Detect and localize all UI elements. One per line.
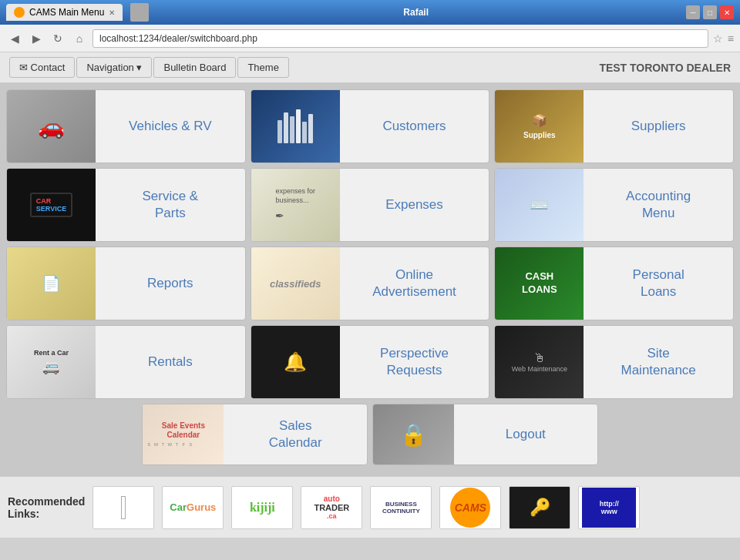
bulletin-board-button[interactable]: Bulletin Board	[153, 57, 236, 78]
toolbar: ✉ Contact Navigation ▾ Bulletin Board Th…	[0, 52, 740, 83]
tab-favicon	[14, 7, 25, 18]
sales-calendar-thumbnail: Sale Events Calendar S M T W T F S	[143, 404, 224, 465]
key-icon: 🔑	[510, 487, 570, 528]
url-text: localhost:1234/dealer/switchboard.php	[99, 33, 257, 44]
accounting-menu-thumbnail: ⌨️	[495, 168, 584, 242]
bookmark-star-icon[interactable]: ☆	[713, 32, 723, 45]
address-icons: ☆ ≡	[713, 32, 734, 45]
online-advertisement-thumbnail: classifieds	[251, 246, 340, 320]
home-button[interactable]: ⌂	[71, 30, 88, 47]
autotrader-link[interactable]: auto TRADER .ca	[301, 486, 362, 529]
vehicles-rv-thumbnail: 🚗	[7, 89, 96, 163]
logout-button[interactable]: 🔒 Logout	[372, 404, 598, 465]
http-link[interactable]: http://www	[578, 486, 640, 529]
main-content: 🚗 Vehicles & RV Customers 📦	[0, 83, 740, 476]
accounting-menu-label: AccountingMenu	[584, 188, 733, 222]
theme-button[interactable]: Theme	[237, 57, 288, 78]
recommended-links-label: RecommendedLinks:	[8, 495, 85, 520]
menu-grid: 🚗 Vehicles & RV Customers 📦	[6, 89, 734, 399]
personal-loans-button[interactable]: CASH LOANS PersonalLoans	[494, 246, 734, 320]
site-maintenance-button[interactable]: 🖱 Web Maintenance SiteMaintenance	[494, 325, 734, 399]
website-link[interactable]	[92, 486, 154, 529]
cams-link[interactable]: CAMS	[439, 486, 501, 529]
forward-button[interactable]: ▶	[28, 30, 45, 47]
customers-button[interactable]: Customers	[251, 89, 490, 163]
accounting-menu-button[interactable]: ⌨️ AccountingMenu	[494, 168, 734, 242]
reports-thumbnail: 📄	[7, 246, 96, 320]
reports-label: Reports	[96, 275, 245, 292]
minimize-button[interactable]: ─	[686, 5, 700, 19]
service-parts-label: Service &Parts	[96, 188, 245, 222]
customers-label: Customers	[340, 118, 489, 135]
logout-thumbnail: 🔒	[373, 404, 454, 465]
reload-button[interactable]: ↻	[49, 30, 66, 47]
window-user: Rafail	[403, 7, 429, 18]
personal-loans-label: PersonalLoans	[584, 267, 733, 300]
new-tab-button[interactable]	[130, 3, 149, 22]
kijiji-logo: kijiji	[250, 501, 275, 515]
back-button[interactable]: ◀	[6, 30, 23, 47]
suppliers-button[interactable]: 📦 Supplies Suppliers	[494, 89, 734, 163]
perspective-requests-thumbnail: 🔔	[251, 325, 340, 399]
expenses-thumbnail: expenses for business... ✒	[251, 168, 340, 242]
browser-tab[interactable]: CAMS Main Menu ✕	[6, 4, 123, 21]
perspective-requests-label: PerspectiveRequests	[340, 345, 489, 379]
sales-calendar-label: SalesCalendar	[224, 417, 367, 451]
online-advertisement-label: OnlineAdvertisement	[340, 267, 489, 300]
cams-logo: CAMS	[450, 488, 490, 528]
kijiji-link[interactable]: kijiji	[231, 486, 293, 529]
recommended-links-section: RecommendedLinks: CarGurus kijiji auto T…	[0, 476, 740, 538]
navigation-button[interactable]: Navigation ▾	[76, 57, 152, 78]
logout-label: Logout	[454, 426, 597, 443]
expenses-label: Expenses	[340, 196, 489, 213]
business-continuity-logo: BUSINESSCONTINUITY	[382, 501, 420, 515]
website-thumbnail	[121, 496, 126, 519]
service-parts-thumbnail: CAR SERVICE	[7, 168, 96, 242]
window-controls: ─ □ ✕	[686, 5, 734, 19]
suppliers-thumbnail: 📦 Supplies	[495, 89, 584, 163]
online-advertisement-button[interactable]: classifieds OnlineAdvertisement	[251, 246, 490, 320]
vehicles-rv-button[interactable]: 🚗 Vehicles & RV	[6, 89, 246, 163]
contact-button[interactable]: ✉ Contact	[9, 57, 75, 78]
vehicles-rv-label: Vehicles & RV	[96, 118, 245, 135]
address-bar: ◀ ▶ ↻ ⌂ localhost:1234/dealer/switchboar…	[0, 25, 740, 52]
site-maintenance-label: SiteMaintenance	[584, 345, 733, 379]
menu-icon[interactable]: ≡	[728, 32, 734, 45]
reports-button[interactable]: 📄 Reports	[6, 246, 246, 320]
rentals-thumbnail: Rent a Car 🚐	[7, 325, 96, 399]
personal-loans-thumbnail: CASH LOANS	[495, 246, 584, 320]
customers-thumbnail	[251, 89, 340, 163]
key-link[interactable]: 🔑	[509, 486, 570, 529]
tab-close-button[interactable]: ✕	[109, 8, 115, 17]
tab-title: CAMS Main Menu	[29, 7, 104, 18]
cargurus-link[interactable]: CarGurus	[162, 486, 224, 529]
business-continuity-link[interactable]: BUSINESSCONTINUITY	[370, 486, 432, 529]
close-button[interactable]: ✕	[720, 5, 734, 19]
expenses-button[interactable]: expenses for business... ✒ Expenses	[251, 168, 490, 242]
perspective-requests-button[interactable]: 🔔 PerspectiveRequests	[251, 325, 490, 399]
title-bar: CAMS Main Menu ✕ Rafail ─ □ ✕	[0, 0, 740, 25]
suppliers-label: Suppliers	[584, 118, 733, 135]
rentals-label: Rentals	[96, 354, 245, 371]
site-maintenance-thumbnail: 🖱 Web Maintenance	[495, 325, 584, 399]
maximize-button[interactable]: □	[703, 5, 717, 19]
url-input[interactable]: localhost:1234/dealer/switchboard.php	[92, 29, 708, 48]
autotrader-logo: auto TRADER .ca	[314, 495, 349, 520]
dealer-name: TEST TORONTO DEALER	[599, 62, 731, 74]
rentals-button[interactable]: Rent a Car 🚐 Rentals	[6, 325, 246, 399]
cargurus-logo: CarGurus	[170, 501, 216, 513]
service-parts-button[interactable]: CAR SERVICE Service &Parts	[6, 168, 246, 242]
http-logo: http://www	[582, 488, 636, 528]
sales-calendar-button[interactable]: Sale Events Calendar S M T W T F S Sales…	[142, 404, 368, 465]
